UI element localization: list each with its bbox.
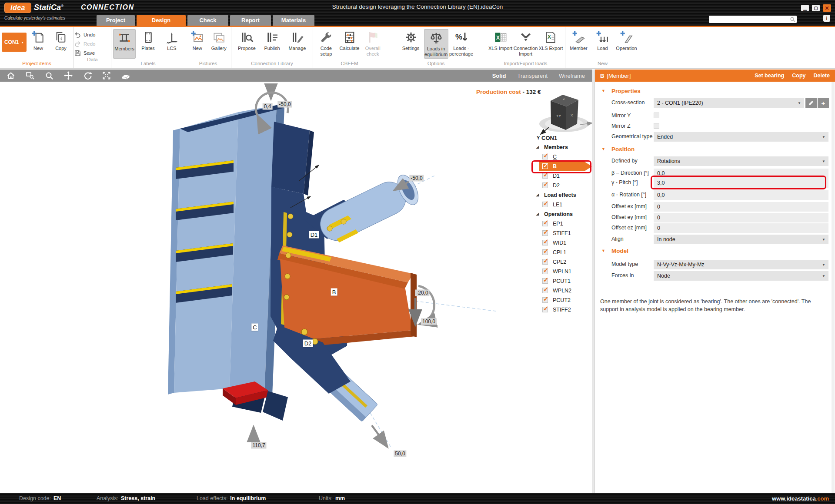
member-button[interactable]: Member [567,29,590,59]
operation-button[interactable]: Operation [615,29,638,59]
gallery-button[interactable]: Gallery [209,29,230,59]
expander-icon[interactable]: ◢ [536,193,539,197]
delete-action[interactable]: Delete [813,73,830,79]
expander-icon[interactable]: ◢ [536,212,539,216]
operation-plus-icon [620,30,634,44]
tree-section-operations[interactable]: ◢Operations [533,209,592,219]
redo-button[interactable]: Redo [74,40,111,48]
rotate-icon[interactable] [83,71,92,80]
defined-by-dropdown[interactable]: Rotations▼ [654,156,828,166]
view-mode-switch: SolidTransparentWireframe [492,73,585,79]
expander-icon[interactable]: ◢ [536,145,539,149]
pitch-input[interactable]: 3,0 [654,178,828,188]
fit-view-icon[interactable] [102,71,111,80]
manage-button[interactable]: Manage [285,29,310,59]
status-design-code-: Design code:EN [19,495,61,501]
view-mode-transparent[interactable]: Transparent [517,73,548,79]
pan-icon[interactable] [63,71,73,80]
model-type-dropdown[interactable]: N-Vy-Vz-Mx-My-Mz▼ [654,260,828,269]
offset-ex-mm-input[interactable]: 0 [654,202,828,212]
panel-divider[interactable] [592,70,595,493]
section-header-model[interactable]: ▼Model [601,248,628,254]
offset-ez-mm-input[interactable]: 0 [654,223,828,233]
tree-item-wid1[interactable]: ✓WID1 [533,238,592,248]
tab-project[interactable]: Project [97,15,135,26]
section-header-properties[interactable]: ▼Properties [601,88,641,94]
tree-root-con1[interactable]: CON1 [533,133,592,143]
tree-item-ep1[interactable]: ✓EP1 [533,219,592,229]
home-icon[interactable] [6,71,16,80]
propose-button[interactable]: Propose [235,29,259,59]
check-icon: ✓ [543,152,549,159]
mirror-z-checkbox[interactable] [654,123,659,129]
load-button[interactable]: Load [591,29,614,59]
loads-percentage-button[interactable]: %Loads - percentage [449,29,474,59]
tree-item-stiff2[interactable]: ✓STIFF2 [533,305,592,315]
connection-import-button[interactable]: Connection Import [514,29,538,59]
ideastatica-link[interactable]: www.ideastatica.com [772,495,829,502]
plates-button[interactable]: Plates [137,29,159,59]
panel-scrollbar[interactable] [832,82,835,493]
view-mode-wireframe[interactable]: Wireframe [559,73,585,79]
offset-ey-mm-input[interactable]: 0 [654,213,828,222]
minimize-button[interactable]: ▁ [801,5,809,11]
section-header-position[interactable]: ▼Position [601,146,635,153]
tree-item-d2[interactable]: ✓D2 [533,181,592,190]
direction-input[interactable]: 0,0 [654,169,828,178]
calculate-button[interactable]: Calculate [338,29,361,59]
tab-report[interactable]: Report [230,15,271,26]
tree-item-pcut1[interactable]: ✓PCUT1 [533,276,592,286]
tree-section-load-effects[interactable]: ◢Load effects [533,190,592,200]
tab-check[interactable]: Check [187,15,228,26]
members-button[interactable]: Members [113,29,136,59]
geometrical-type-dropdown[interactable]: Ended▼ [654,132,828,142]
tree-item-cpl2[interactable]: ✓CPL2 [533,257,592,267]
xls-export-button[interactable]: XXLS Export [539,29,563,59]
svg-text:X: X [548,34,551,40]
new-button[interactable]: New [187,29,208,59]
rotation-input[interactable]: 0,0 [654,190,828,200]
loads-in-equilibrium-button[interactable]: Loads in equilibrium [424,29,448,59]
view-mode-solid[interactable]: Solid [492,73,506,79]
overall-check-button[interactable]: Overall check [361,29,384,59]
tree-item-cpl1[interactable]: ✓CPL1 [533,248,592,257]
set-bearing-action[interactable]: Set bearing [755,73,784,79]
add-cross-section-button[interactable]: + [818,98,829,108]
ribbon-group-label: Pictures [185,61,231,68]
cross-section-dropdown[interactable]: 2 - CON1 (IPE220)▼ [654,98,804,108]
xls-import-button[interactable]: XXLS Import [488,29,513,59]
check-icon: ✓ [543,228,549,236]
settings-button[interactable]: Settings [399,29,423,59]
tree-item-c[interactable]: ✓C [533,152,592,162]
3d-viewport[interactable]: +Y X Z Y Production cost - 132 € CON1◢Me… [0,82,592,493]
tree-section-members[interactable]: ◢Members [533,143,592,152]
code-setup-button[interactable]: Code setup [315,29,337,59]
publish-button[interactable]: Publish [260,29,284,59]
edit-cross-section-button[interactable] [805,98,817,108]
clipping-icon[interactable] [121,71,130,80]
project-item-selector[interactable]: CON1▼ [2,33,27,52]
tree-item-d1[interactable]: ✓D1 [533,171,592,181]
copy-action[interactable]: Copy [792,73,805,79]
mirror-y-checkbox[interactable] [654,113,659,118]
tree-item-pcut2[interactable]: ✓PCUT2 [533,295,592,305]
forces-in-dropdown[interactable]: Node▼ [654,271,828,281]
lcs-button[interactable]: LCS [160,29,183,59]
copy-button[interactable]: Copy [50,29,72,59]
tab-materials[interactable]: Materials [273,15,314,26]
tree-item-le1[interactable]: ✓LE1 [533,200,592,209]
svg-text:X: X [571,113,573,117]
zoom-icon[interactable] [44,71,54,80]
save-button[interactable]: Save [74,49,111,57]
close-button[interactable]: ✕ [823,4,831,12]
undo-button[interactable]: Undo [74,31,111,39]
tree-item-b[interactable]: ✓B [533,162,592,171]
align-dropdown[interactable]: In node▼ [654,235,828,244]
zoom-selection-icon[interactable] [25,71,35,80]
tab-design[interactable]: Design [137,15,186,26]
tree-item-wpln2[interactable]: ✓WPLN2 [533,286,592,295]
maximize-button[interactable]: ▢ [812,5,820,11]
new-button[interactable]: New [27,29,49,59]
tree-item-stiff1[interactable]: ✓STIFF1 [533,229,592,238]
tree-item-wpln1[interactable]: ✓WPLN1 [533,267,592,276]
